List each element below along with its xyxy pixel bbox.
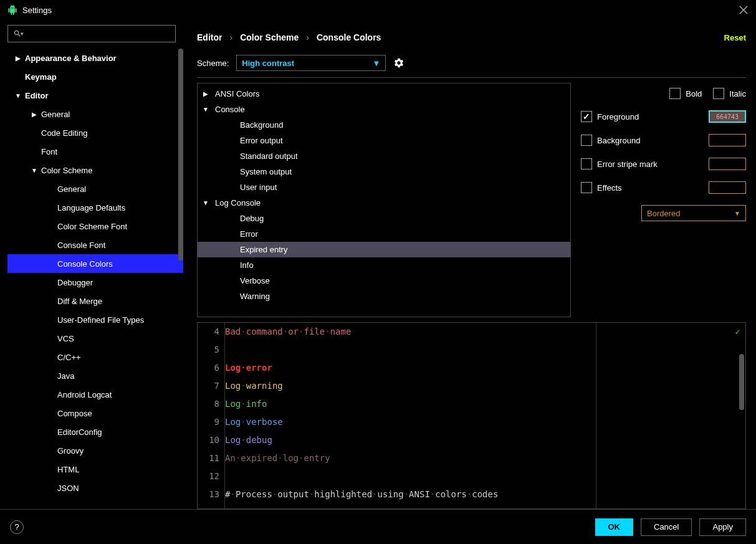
settings-tree[interactable]: ▶Appearance & BehaviorKeymap▼Editor▶Gene…: [7, 49, 183, 504]
background-label: Background: [597, 136, 640, 145]
close-icon[interactable]: [739, 5, 749, 15]
code-line[interactable]: [225, 341, 596, 359]
background-checkbox[interactable]: [581, 135, 592, 146]
code-line[interactable]: #·Process·output·highlighted·using·ANSI·…: [225, 485, 596, 503]
breadcrumb-item[interactable]: Console Colors: [317, 32, 381, 42]
category-tree[interactable]: ▶ANSI Colors▼ConsoleBackgroundError outp…: [197, 83, 571, 317]
foreground-label: Foreground: [597, 112, 639, 122]
sidebar-item[interactable]: Compose: [7, 404, 183, 422]
code-line[interactable]: Log·warning: [225, 377, 596, 395]
cancel-button[interactable]: Cancel: [641, 518, 692, 536]
category-label: User input: [240, 183, 277, 192]
sidebar-item[interactable]: Code Editing: [7, 123, 183, 142]
line-number: 5: [198, 341, 219, 359]
sidebar-item[interactable]: Debugger: [7, 273, 183, 292]
sidebar-item[interactable]: Diff & Merge: [7, 292, 183, 310]
footer: ? OK Cancel Apply: [0, 509, 756, 544]
sidebar-item[interactable]: ▶General: [7, 105, 183, 123]
sidebar-item-label: Language Defaults: [57, 203, 125, 212]
category-label: Debug: [240, 214, 264, 223]
category-item[interactable]: ▼Log Console: [198, 195, 570, 211]
code-line[interactable]: Log·debug: [225, 431, 596, 449]
category-item[interactable]: Warning: [198, 289, 570, 304]
category-item[interactable]: User input: [198, 179, 570, 195]
tree-arrow-icon: ▶: [15, 55, 21, 62]
sidebar-item[interactable]: ▼Editor: [7, 86, 183, 105]
breadcrumb-item[interactable]: Editor: [197, 32, 222, 42]
category-item[interactable]: Debug: [198, 211, 570, 226]
background-swatch[interactable]: [709, 134, 746, 146]
tree-arrow-icon: ▶: [203, 90, 209, 97]
sidebar-item[interactable]: Console Font: [7, 236, 183, 254]
search-dropdown-icon[interactable]: ▾: [21, 31, 24, 37]
italic-checkbox[interactable]: [713, 88, 724, 99]
reset-link[interactable]: Reset: [724, 33, 746, 42]
bold-checkbox[interactable]: [669, 88, 681, 99]
settings-sidebar: ▾ ▶Appearance & BehaviorKeymap▼Editor▶Ge…: [0, 20, 187, 509]
sidebar-item[interactable]: C/C++: [7, 348, 183, 366]
scheme-select[interactable]: High contrast ▼: [236, 55, 386, 71]
code-line[interactable]: Log·info: [225, 395, 596, 413]
ok-button[interactable]: OK: [595, 518, 634, 536]
line-number: 8: [198, 395, 219, 413]
category-item[interactable]: Info: [198, 257, 570, 273]
italic-label: Italic: [729, 89, 746, 98]
sidebar-item[interactable]: JSON: [7, 479, 183, 497]
scrollbar[interactable]: [739, 354, 744, 410]
chevron-down-icon: ▼: [734, 210, 740, 217]
apply-button[interactable]: Apply: [699, 518, 746, 536]
search-input[interactable]: ▾: [7, 25, 176, 42]
category-label: Log Console: [215, 198, 261, 208]
category-item[interactable]: System output: [198, 164, 570, 179]
options-panel: Bold Italic Foreground 664743: [581, 83, 746, 317]
category-item[interactable]: Error output: [198, 133, 570, 148]
line-number: 11: [198, 449, 219, 467]
help-icon[interactable]: ?: [10, 520, 24, 534]
sidebar-item[interactable]: HTML: [7, 460, 183, 479]
sidebar-item[interactable]: ▼Color Scheme: [7, 161, 183, 179]
category-item[interactable]: Error: [198, 226, 570, 242]
code-line[interactable]: Bad·command·or·file·name: [225, 323, 596, 341]
error-stripe-swatch[interactable]: [709, 158, 746, 170]
category-label: Console: [215, 105, 245, 114]
sidebar-item[interactable]: User-Defined File Types: [7, 310, 183, 329]
sidebar-item[interactable]: VCS: [7, 329, 183, 348]
sidebar-item[interactable]: Keymap: [7, 67, 183, 86]
sidebar-item[interactable]: Console Colors: [7, 254, 183, 273]
category-item[interactable]: Background: [198, 117, 570, 133]
scrollbar[interactable]: [178, 49, 183, 260]
breadcrumb-item[interactable]: Color Scheme: [240, 32, 299, 42]
preview-editor[interactable]: 45678910111213 Bad·command·or·file·nameL…: [197, 322, 746, 509]
effects-swatch[interactable]: [709, 181, 746, 194]
gear-icon[interactable]: [393, 57, 404, 69]
sidebar-item[interactable]: ▶Appearance & Behavior: [7, 49, 183, 67]
sidebar-item[interactable]: Color Scheme Font: [7, 217, 183, 236]
sidebar-item[interactable]: Android Logcat: [7, 385, 183, 404]
code-area[interactable]: Bad·command·or·file·nameLog·errorLog·war…: [225, 323, 596, 508]
code-line[interactable]: [225, 467, 596, 485]
effects-select[interactable]: Bordered ▼: [641, 205, 746, 221]
sidebar-item[interactable]: Java: [7, 366, 183, 385]
category-item[interactable]: ▶ANSI Colors: [198, 86, 570, 102]
effects-checkbox[interactable]: [581, 182, 592, 193]
category-label: Info: [240, 260, 254, 270]
category-item[interactable]: Expired entry: [198, 242, 570, 257]
category-item[interactable]: Standard output: [198, 148, 570, 164]
sidebar-item[interactable]: EditorConfig: [7, 422, 183, 441]
foreground-swatch[interactable]: 664743: [709, 110, 746, 123]
sidebar-item-label: Code Editing: [41, 128, 87, 138]
category-label: ANSI Colors: [215, 89, 260, 98]
code-line[interactable]: An·expired·log·entry: [225, 449, 596, 467]
sidebar-item[interactable]: Language Defaults: [7, 198, 183, 217]
line-number: 13: [198, 485, 219, 503]
category-item[interactable]: ▼Console: [198, 102, 570, 117]
code-line[interactable]: Log·error: [225, 359, 596, 377]
error-stripe-checkbox[interactable]: [581, 158, 592, 169]
tree-arrow-icon: ▶: [31, 111, 37, 118]
category-item[interactable]: Verbose: [198, 273, 570, 289]
sidebar-item[interactable]: Font: [7, 142, 183, 161]
sidebar-item[interactable]: General: [7, 179, 183, 198]
code-line[interactable]: Log·verbose: [225, 413, 596, 431]
foreground-checkbox[interactable]: [581, 111, 592, 122]
sidebar-item[interactable]: Groovy: [7, 441, 183, 460]
